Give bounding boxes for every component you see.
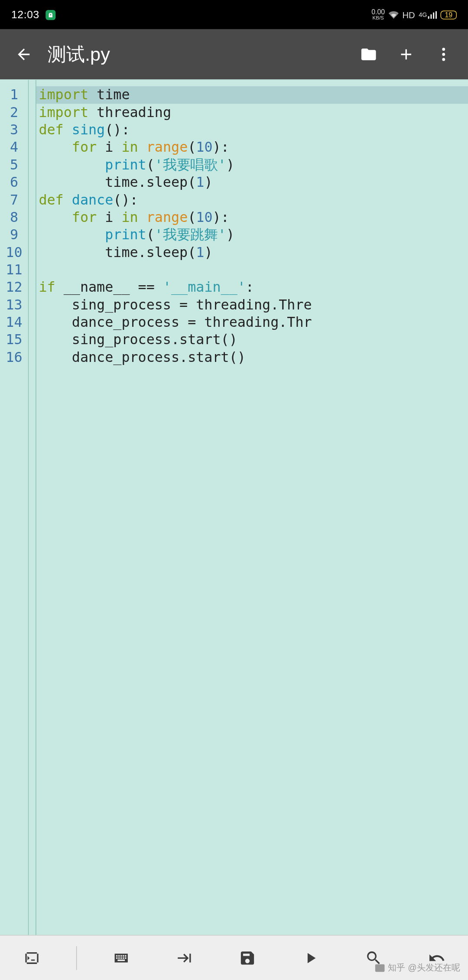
run-button[interactable] [292,939,329,977]
file-title: 测试.py [48,42,354,67]
back-button[interactable] [6,37,41,72]
line-number: 3 [0,121,28,139]
wifi-icon [389,10,399,20]
code-line[interactable]: for i in range(10): [36,209,468,226]
code-line[interactable]: import threading [36,104,468,121]
code-line[interactable]: time.sleep(1) [36,244,468,261]
line-number: 16 [0,349,28,366]
plus-icon [397,46,415,63]
code-line[interactable]: def sing(): [36,121,468,139]
code-line[interactable]: sing_process.start() [36,331,468,348]
zhihu-icon [374,963,385,974]
line-number: 5 [0,156,28,173]
terminal-icon [23,949,40,967]
code-line[interactable] [36,261,468,279]
line-number: 13 [0,296,28,313]
code-line[interactable]: print('我要跳舞') [36,226,468,244]
add-button[interactable] [392,37,420,72]
gutter-margin [29,80,36,935]
status-bar: 12:03 0.00 KB/S HD 4G 19 [0,0,468,29]
signal-bars-icon [428,11,437,18]
folder-icon [360,46,377,63]
clock: 12:03 [11,8,39,21]
bottom-toolbar: 知乎 @头发还在呢 [0,935,468,980]
line-number: 7 [0,191,28,208]
save-button[interactable] [228,939,266,977]
code-line[interactable]: print('我要唱歌') [36,156,468,173]
line-number: 2 [0,104,28,121]
app-bar: 测试.py [0,29,468,79]
line-number: 10 [0,244,28,261]
code-editor[interactable]: 12345678910111213141516 import timeimpor… [0,79,468,935]
tab-icon [175,949,192,967]
arrow-left-icon [15,46,32,63]
line-number: 1 [0,86,28,104]
hd-indicator: HD [402,10,415,20]
line-gutter: 12345678910111213141516 [0,80,29,935]
line-number: 9 [0,226,28,244]
battery-indicator: 19 [441,10,457,19]
code-area[interactable]: import timeimport threadingdef sing(): f… [36,80,468,935]
menu-button[interactable] [429,37,458,72]
code-line[interactable]: dance_process.start() [36,349,468,366]
code-line[interactable]: dance_process = threading.Thr [36,314,468,331]
code-line[interactable]: if __name__ == '__main__': [36,279,468,296]
watermark: 知乎 @头发还在呢 [374,963,460,974]
line-number: 11 [0,261,28,279]
svg-point-0 [442,48,445,51]
network-speed: 0.00 KB/S [371,9,385,20]
terminal-button[interactable] [13,939,51,977]
folder-button[interactable] [354,37,383,72]
code-line[interactable]: time.sleep(1) [36,174,468,191]
code-line[interactable]: import time [36,86,468,104]
code-line[interactable]: for i in range(10): [36,139,468,156]
svg-point-2 [442,58,445,61]
svg-rect-3 [375,964,385,972]
svg-point-1 [442,53,445,56]
line-number: 12 [0,279,28,296]
keyboard-icon [112,949,130,967]
line-number: 15 [0,331,28,348]
more-vert-icon [435,46,452,63]
keyboard-button[interactable] [102,939,140,977]
battery-saver-icon [46,10,55,20]
line-number: 14 [0,314,28,331]
divider [76,946,76,970]
line-number: 8 [0,209,28,226]
save-icon [238,949,256,967]
signal-indicator: 4G [419,11,437,18]
indent-button[interactable] [165,939,203,977]
code-line[interactable]: def dance(): [36,191,468,208]
line-number: 6 [0,174,28,191]
play-icon [302,949,319,967]
line-number: 4 [0,139,28,156]
code-line[interactable]: sing_process = threading.Thre [36,296,468,313]
